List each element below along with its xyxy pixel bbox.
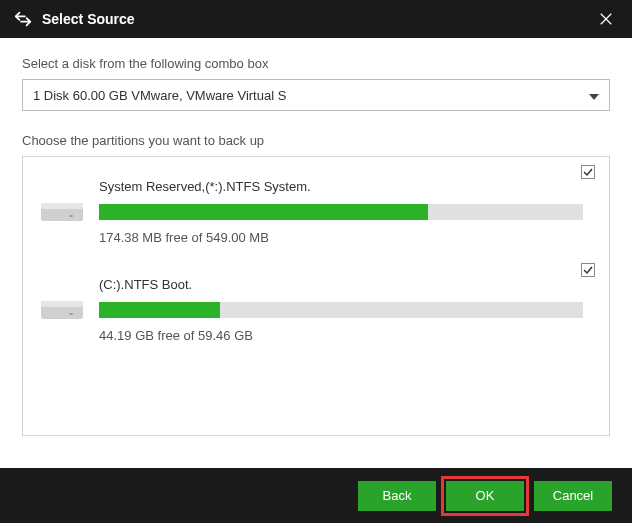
- titlebar: Select Source: [0, 0, 632, 38]
- ok-button[interactable]: OK: [446, 481, 524, 511]
- choose-partitions-label: Choose the partitions you want to back u…: [22, 133, 610, 148]
- usage-bar: [99, 204, 583, 220]
- partition-free-text: 174.38 MB free of 549.00 MB: [99, 230, 583, 245]
- partition-checkbox[interactable]: [581, 165, 595, 179]
- list-item[interactable]: (C:).NTFS Boot. 44.19 GB free of 59.46 G…: [23, 255, 609, 353]
- select-disk-label: Select a disk from the following combo b…: [22, 56, 610, 71]
- svg-rect-7: [41, 301, 83, 307]
- close-icon[interactable]: [594, 7, 618, 31]
- usage-bar: [99, 302, 583, 318]
- app-icon: [14, 10, 32, 28]
- back-button[interactable]: Back: [358, 481, 436, 511]
- partition-name: System Reserved,(*:).NTFS System.: [99, 179, 583, 194]
- partition-details: System Reserved,(*:).NTFS System. 174.38…: [99, 179, 591, 245]
- svg-point-5: [69, 215, 73, 217]
- svg-marker-2: [589, 94, 599, 100]
- svg-point-8: [69, 313, 73, 315]
- footer: Back OK Cancel: [0, 468, 632, 523]
- partition-free-text: 44.19 GB free of 59.46 GB: [99, 328, 583, 343]
- content-area: Select a disk from the following combo b…: [0, 38, 632, 468]
- title-text: Select Source: [42, 11, 594, 27]
- partition-details: (C:).NTFS Boot. 44.19 GB free of 59.46 G…: [99, 277, 591, 343]
- usage-bar-fill: [99, 204, 428, 220]
- cancel-button[interactable]: Cancel: [534, 481, 612, 511]
- svg-rect-4: [41, 203, 83, 209]
- partitions-list: System Reserved,(*:).NTFS System. 174.38…: [22, 156, 610, 436]
- disk-combo-box[interactable]: 1 Disk 60.00 GB VMware, VMware Virtual S: [22, 79, 610, 111]
- combo-selected-text: 1 Disk 60.00 GB VMware, VMware Virtual S: [33, 88, 589, 103]
- disk-icon: [41, 295, 83, 325]
- chevron-down-icon: [589, 88, 599, 103]
- partition-name: (C:).NTFS Boot.: [99, 277, 583, 292]
- partition-checkbox[interactable]: [581, 263, 595, 277]
- list-item[interactable]: System Reserved,(*:).NTFS System. 174.38…: [23, 157, 609, 255]
- disk-icon: [41, 197, 83, 227]
- usage-bar-fill: [99, 302, 220, 318]
